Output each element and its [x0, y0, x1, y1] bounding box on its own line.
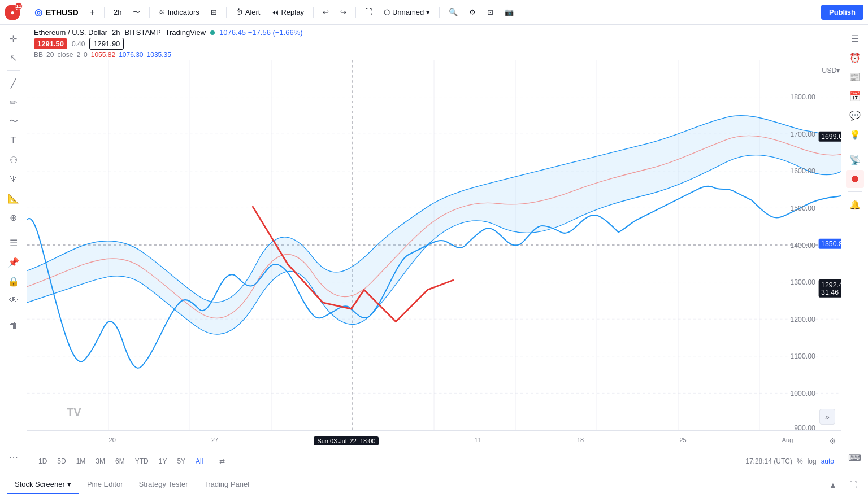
settings-button[interactable]: ⚙	[465, 6, 480, 19]
lock-tool[interactable]: 🔒	[5, 272, 23, 290]
sep4	[226, 7, 227, 18]
bottom-actions: ▲ ⛶	[825, 477, 861, 493]
indicators-button[interactable]: ≋ Indicators	[154, 6, 203, 19]
alert-button[interactable]: ⏱ Alert	[231, 6, 265, 19]
bb-val1: 1055.82	[91, 51, 115, 59]
profile-button[interactable]: ● 11	[5, 5, 20, 20]
search-icon: 🔍	[449, 8, 458, 16]
symbol-selector[interactable]: ◎ ETHUSD	[30, 5, 83, 20]
chart-title-row: Ethereum / U.S. Dollar 2h BITSTAMP Tradi…	[34, 28, 834, 37]
compare-button[interactable]: ⇄	[215, 456, 229, 467]
add-symbol-button[interactable]: +	[85, 5, 99, 20]
more-tools[interactable]: ⋯	[5, 448, 23, 466]
bottom-panel: Stock Screener ▾ Pine Editor Strategy Te…	[0, 471, 868, 498]
fibonacci-tool[interactable]: ⩛	[5, 170, 23, 188]
period-5y[interactable]: 5Y	[172, 456, 190, 467]
period-1y[interactable]: 1Y	[154, 456, 172, 467]
chart-type-button[interactable]: 〜	[128, 5, 145, 20]
log-button[interactable]: log	[808, 457, 817, 465]
templates-button[interactable]: ⊞	[206, 6, 222, 19]
period-6m[interactable]: 6M	[111, 456, 129, 467]
panel-expand-button[interactable]: ⛶	[845, 477, 861, 493]
bb-source: close	[57, 51, 73, 59]
fullscreen-icon: ⛶	[365, 8, 372, 16]
main-area: ✛ ↖ ╱ ✏ 〜 T ⚇ ⩛ 📐 ⊕ ☰ 📌 🔒 👁 🗑 ⋯ Ethereum…	[0, 25, 868, 471]
chart-name-button[interactable]: ⬡ Unnamed ▾	[379, 6, 435, 19]
undo-button[interactable]: ↩	[318, 6, 333, 19]
strategy-tester-label: Strategy Tester	[138, 480, 188, 488]
watchlist-button[interactable]: ☰	[846, 29, 864, 47]
time-labels: 20 27 Sun 03 Jul '22 18:00 11 18 25 Aug	[61, 436, 841, 445]
brush-tool[interactable]: 〜	[5, 112, 23, 130]
chart-svg-area[interactable]: 1800.00 1700.00 1600.00 1500.00 1400.00 …	[27, 60, 841, 430]
time-label-11: 11	[475, 436, 481, 445]
snapshot-button[interactable]: 📷	[500, 6, 518, 19]
keyboard-button[interactable]: ⌨	[846, 448, 864, 466]
indicators-label: Indicators	[167, 8, 199, 16]
period-5d[interactable]: 5D	[53, 456, 70, 467]
trading-panel-label: Trading Panel	[204, 480, 249, 488]
layout-button[interactable]: ⊡	[483, 6, 498, 19]
redo-button[interactable]: ↪	[336, 6, 351, 19]
tab-strategy-tester[interactable]: Strategy Tester	[131, 475, 196, 494]
tab-pine-editor[interactable]: Pine Editor	[79, 475, 131, 494]
svg-text:1400.00: 1400.00	[790, 241, 815, 249]
replay-button[interactable]: ⏮ Replay	[267, 6, 308, 19]
bb-val3: 1035.35	[147, 51, 171, 59]
screener-arrow-icon: ▾	[67, 480, 71, 488]
crosshair-tool[interactable]: ✛	[5, 29, 23, 47]
period-ytd[interactable]: YTD	[131, 456, 153, 467]
time-label-20: 20	[109, 436, 116, 445]
sep5	[313, 7, 314, 18]
period-bar: 1D 5D 1M 3M 6M YTD 1Y 5Y All ⇄ 17:28:14 …	[27, 451, 841, 471]
online-indicator	[210, 30, 215, 35]
price-bid: 1291.90	[89, 38, 124, 50]
percent-button[interactable]: %	[797, 457, 803, 465]
tab-stock-screener[interactable]: Stock Screener ▾	[7, 475, 79, 494]
notification-badge: 11	[15, 2, 23, 10]
arrow-tool[interactable]: ↖	[5, 49, 23, 67]
bb-offset: 0	[84, 51, 88, 59]
timeframe-button[interactable]: 2h	[109, 6, 126, 19]
tab-trading-panel[interactable]: Trading Panel	[196, 475, 257, 494]
auto-button[interactable]: auto	[821, 457, 834, 465]
left-toolbar: ✛ ↖ ╱ ✏ 〜 T ⚇ ⩛ 📐 ⊕ ☰ 📌 🔒 👁 🗑 ⋯	[0, 25, 27, 471]
period-3m[interactable]: 3M	[91, 456, 110, 467]
chat-button[interactable]: 💬	[846, 106, 864, 124]
pattern-tool[interactable]: ⚇	[5, 151, 23, 169]
publish-button[interactable]: Publish	[821, 5, 863, 20]
chevron-down-icon: ▾	[426, 8, 430, 16]
ideas-button[interactable]: 💡	[846, 125, 864, 143]
period-1m[interactable]: 1M	[72, 456, 90, 467]
rt-sep1	[848, 147, 862, 147]
search-button[interactable]: 🔍	[444, 6, 462, 19]
remove-tool[interactable]: 🗑	[5, 317, 23, 335]
eye-tool[interactable]: 👁	[5, 291, 23, 309]
lt-sep3	[7, 313, 20, 313]
time-settings-button[interactable]: ⚙	[829, 436, 836, 445]
trend-line-tool[interactable]: ╱	[5, 74, 23, 92]
redo-icon: ↪	[340, 8, 346, 16]
text-tool[interactable]: T	[5, 132, 23, 150]
zoom-tool[interactable]: ⊕	[5, 208, 23, 226]
lt-sep1	[7, 70, 20, 71]
watchlist-tool[interactable]: ☰	[5, 234, 23, 252]
fullscreen-button[interactable]: ⛶	[361, 6, 377, 19]
sep7	[439, 7, 440, 18]
sep1	[25, 7, 25, 18]
calendar-button[interactable]: 📅	[846, 87, 864, 105]
layout-icon: ⊡	[487, 8, 493, 16]
live-button[interactable]: ⏺	[846, 170, 864, 188]
pin-tool[interactable]: 📌	[5, 253, 23, 271]
alerts-button[interactable]: ⏰	[846, 49, 864, 67]
expand-button[interactable]: »	[819, 409, 835, 425]
svg-text:1600.00: 1600.00	[790, 167, 815, 175]
notification-button[interactable]: 🔔	[846, 195, 864, 213]
period-all[interactable]: All	[191, 456, 207, 467]
measure-tool[interactable]: 📐	[5, 189, 23, 207]
broadcast-button[interactable]: 📡	[846, 151, 864, 169]
draw-tool[interactable]: ✏	[5, 93, 23, 111]
collapse-button[interactable]: ▲	[825, 477, 841, 493]
news-button[interactable]: 📰	[846, 68, 864, 86]
period-1d[interactable]: 1D	[34, 456, 51, 467]
